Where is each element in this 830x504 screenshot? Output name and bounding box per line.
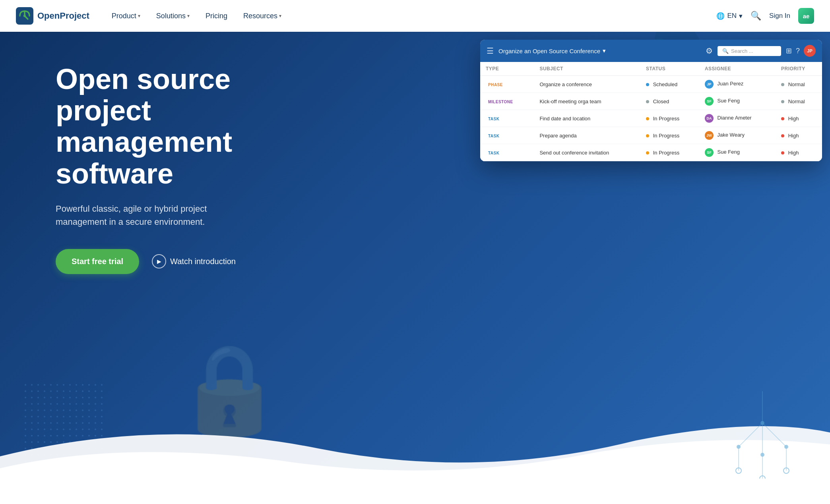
app-screenshot: ☰ Organize an Open Source Conference ▾ ⚙… <box>480 40 822 161</box>
hero-buttons: Start free trial ▶ Watch introduction <box>56 249 254 274</box>
cell-type: TASK <box>480 110 534 127</box>
logo-text: OpenProject <box>37 11 89 21</box>
table-row[interactable]: MILESTONE Kick-off meeting orga team Clo… <box>480 93 822 110</box>
nav-product[interactable]: Product ▾ <box>105 9 147 23</box>
cell-status: In Progress <box>640 110 699 127</box>
svg-point-17 <box>760 453 764 457</box>
search-icon[interactable]: 🔍 <box>750 11 761 21</box>
cell-priority: Normal <box>776 93 822 110</box>
cell-status: Closed <box>640 93 699 110</box>
svg-point-14 <box>760 421 764 425</box>
cell-priority: High <box>776 127 822 144</box>
cell-subject: Send out conference invitation <box>534 144 640 161</box>
cell-priority: High <box>776 110 822 127</box>
hero-title: Open source project management software <box>56 64 254 189</box>
grid-icon: ⊞ <box>786 46 792 55</box>
cell-assignee: SF Sue Feng <box>699 144 776 161</box>
help-icon: ? <box>796 47 800 55</box>
nav-pricing[interactable]: Pricing <box>199 9 234 23</box>
work-packages-table: TYPE SUBJECT STATUS ASSIGNEE PRIORITY PH… <box>480 62 822 161</box>
assignee-avatar: JP <box>705 80 714 89</box>
chevron-icon: ▾ <box>138 13 140 19</box>
table-row[interactable]: TASK Prepare agenda In Progress JW Jake … <box>480 127 822 144</box>
start-trial-button[interactable]: Start free trial <box>56 249 139 274</box>
cell-type: PHASE <box>480 76 534 93</box>
col-priority: PRIORITY <box>776 62 822 76</box>
app-logo-icon: ⚙ <box>706 46 713 56</box>
topbar-icons: ⊞ ? JP <box>786 45 816 57</box>
nav-links: Product ▾ Solutions ▾ Pricing Resources … <box>105 9 717 23</box>
col-assignee: ASSIGNEE <box>699 62 776 76</box>
svg-point-16 <box>784 445 788 449</box>
status-dot <box>646 134 649 137</box>
svg-line-9 <box>762 423 786 447</box>
signin-link[interactable]: Sign In <box>769 12 790 20</box>
assignee-avatar: SF <box>705 97 714 106</box>
priority-dot <box>781 134 784 137</box>
assignee-avatar: SF <box>705 148 714 157</box>
chevron-icon: ▾ <box>739 12 743 20</box>
nav-logo[interactable]: OpenProject <box>16 7 89 25</box>
cell-status: In Progress <box>640 144 699 161</box>
priority-dot <box>781 83 784 86</box>
chevron-icon: ▾ <box>187 13 190 19</box>
watch-intro-button[interactable]: ▶ Watch introduction <box>152 254 236 268</box>
cell-status: Scheduled <box>640 76 699 93</box>
status-dot <box>646 117 649 120</box>
language-selector[interactable]: 🌐 EN ▾ <box>716 12 743 20</box>
menu-icon: ☰ <box>487 46 494 56</box>
cell-type: MILESTONE <box>480 93 534 110</box>
play-icon: ▶ <box>152 254 166 268</box>
priority-dot <box>781 117 784 120</box>
assignee-avatar: DA <box>705 114 714 123</box>
col-status: STATUS <box>640 62 699 76</box>
svg-line-8 <box>739 423 762 447</box>
cell-subject: Organize a conference <box>534 76 640 93</box>
cell-status: In Progress <box>640 127 699 144</box>
chevron-icon: ▾ <box>279 13 281 19</box>
cell-type: TASK <box>480 144 534 161</box>
cell-subject: Prepare agenda <box>534 127 640 144</box>
hero-subtitle: Powerful classic, agile or hybrid projec… <box>56 202 254 228</box>
wave-decoration <box>0 377 830 504</box>
project-name: Organize an Open Source Conference ▾ <box>498 47 606 54</box>
dropdown-icon: ▾ <box>603 47 606 54</box>
table-row[interactable]: PHASE Organize a conference Scheduled JP… <box>480 76 822 93</box>
svg-point-1 <box>23 15 26 17</box>
app-topbar: ☰ Organize an Open Source Conference ▾ ⚙… <box>480 40 822 62</box>
status-dot <box>646 151 649 154</box>
search-icon: 🔍 <box>722 48 729 54</box>
col-type: TYPE <box>480 62 534 76</box>
cell-subject: Find date and location <box>534 110 640 127</box>
cell-assignee: SF Sue Feng <box>699 93 776 110</box>
assignee-avatar: JW <box>705 131 714 140</box>
user-avatar[interactable]: ae <box>798 8 814 24</box>
status-dot <box>646 83 649 86</box>
user-avatar-small: JP <box>804 45 816 57</box>
hero-content: Open source project management software … <box>56 64 254 274</box>
app-search-box[interactable]: 🔍 Search ... <box>718 46 781 56</box>
table-row[interactable]: TASK Find date and location In Progress … <box>480 110 822 127</box>
cell-priority: High <box>776 144 822 161</box>
globe-icon: 🌐 <box>716 12 725 20</box>
nav-right: 🌐 EN ▾ 🔍 Sign In ae <box>716 8 814 24</box>
svg-point-15 <box>737 445 741 449</box>
cell-priority: Normal <box>776 76 822 93</box>
priority-dot <box>781 151 784 154</box>
priority-dot <box>781 100 784 103</box>
table-row[interactable]: TASK Send out conference invitation In P… <box>480 144 822 161</box>
nav-resources[interactable]: Resources ▾ <box>237 9 288 23</box>
cell-assignee: JP Juan Perez <box>699 76 776 93</box>
cell-assignee: JW Jake Weary <box>699 127 776 144</box>
cell-assignee: DA Dianne Ameter <box>699 110 776 127</box>
circuit-decoration <box>727 391 798 480</box>
cell-subject: Kick-off meeting orga team <box>534 93 640 110</box>
status-dot <box>646 100 649 103</box>
nav-solutions[interactable]: Solutions ▾ <box>150 9 196 23</box>
col-subject: SUBJECT <box>534 62 640 76</box>
cell-type: TASK <box>480 127 534 144</box>
navbar: OpenProject Product ▾ Solutions ▾ Pricin… <box>0 0 830 32</box>
